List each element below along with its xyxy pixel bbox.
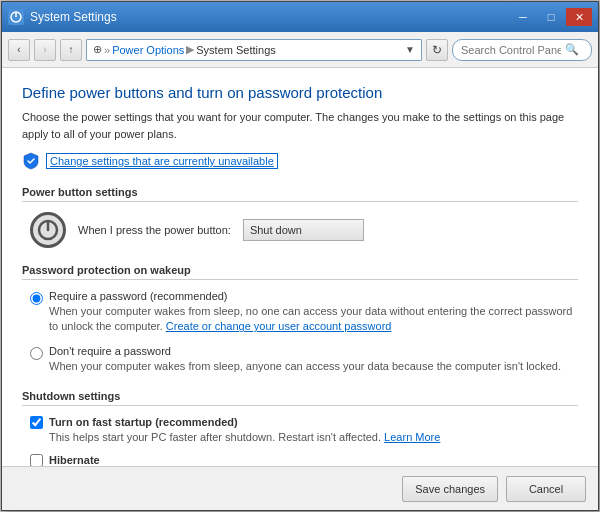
require-password-option: Require a password (recommended) When yo… <box>30 290 578 335</box>
power-button-label: When I press the power button: <box>78 224 231 236</box>
no-password-radio[interactable] <box>30 347 43 360</box>
search-box[interactable]: 🔍 <box>452 39 592 61</box>
refresh-button[interactable]: ↻ <box>426 39 448 61</box>
power-button-section-label: Power button settings <box>22 186 578 202</box>
learn-more-link[interactable]: Learn More <box>384 431 440 443</box>
page-description: Choose the power settings that you want … <box>22 109 578 142</box>
radio-group: Require a password (recommended) When yo… <box>22 290 578 374</box>
title-bar-left: System Settings <box>8 9 117 25</box>
shutdown-section: Shutdown settings Turn on fast startup (… <box>22 390 578 466</box>
address-bar: ‹ › ↑ ⊕ » Power Options ▶ System Setting… <box>2 32 598 68</box>
password-protection-section: Password protection on wakeup Require a … <box>22 264 578 374</box>
content-area: Define power buttons and turn on passwor… <box>2 68 598 466</box>
title-bar: System Settings ─ □ ✕ <box>2 2 598 32</box>
hibernate-checkbox[interactable] <box>30 454 43 466</box>
no-password-option: Don't require a password When your compu… <box>30 345 578 374</box>
hibernate-item: Hibernate <box>22 454 578 466</box>
fast-startup-title: Turn on fast startup (recommended) <box>49 416 440 428</box>
footer: Save changes Cancel <box>2 466 598 510</box>
up-button[interactable]: ↑ <box>60 39 82 61</box>
back-button[interactable]: ‹ <box>8 39 30 61</box>
hibernate-title: Hibernate <box>49 454 100 466</box>
app-icon <box>8 9 24 25</box>
fast-startup-checkbox[interactable] <box>30 416 43 429</box>
no-password-title: Don't require a password <box>49 345 561 357</box>
password-section-label: Password protection on wakeup <box>22 264 578 280</box>
power-action-dropdown[interactable]: Shut down Do nothing Sleep Hibernate Tur… <box>243 219 364 241</box>
require-password-desc: When your computer wakes from sleep, no … <box>49 304 578 335</box>
shutdown-section-label: Shutdown settings <box>22 390 578 406</box>
change-settings-link[interactable]: Change settings that are currently unava… <box>46 153 278 169</box>
minimize-button[interactable]: ─ <box>510 8 536 26</box>
create-password-link[interactable]: Create or change your user account passw… <box>166 320 392 332</box>
search-input[interactable] <box>461 44 561 56</box>
path-current: System Settings <box>196 44 275 56</box>
window-title: System Settings <box>30 10 117 24</box>
fast-startup-desc: This helps start your PC faster after sh… <box>49 430 440 445</box>
path-dropdown-icon[interactable]: ▼ <box>405 44 415 55</box>
main-window: System Settings ─ □ ✕ ‹ › ↑ ⊕ » Power Op… <box>1 1 599 511</box>
shield-icon <box>22 152 40 170</box>
search-icon: 🔍 <box>565 43 579 56</box>
page-title: Define power buttons and turn on passwor… <box>22 84 578 101</box>
cancel-button[interactable]: Cancel <box>506 476 586 502</box>
address-path[interactable]: ⊕ » Power Options ▶ System Settings ▼ <box>86 39 422 61</box>
forward-button[interactable]: › <box>34 39 56 61</box>
maximize-button[interactable]: □ <box>538 8 564 26</box>
path-power-options[interactable]: Power Options <box>112 44 184 56</box>
no-password-desc: When your computer wakes from sleep, any… <box>49 359 561 374</box>
require-password-radio[interactable] <box>30 292 43 305</box>
fast-startup-item: Turn on fast startup (recommended) This … <box>22 416 578 445</box>
power-icon <box>30 212 66 248</box>
save-changes-button[interactable]: Save changes <box>402 476 498 502</box>
change-link-row: Change settings that are currently unava… <box>22 152 578 170</box>
close-button[interactable]: ✕ <box>566 8 592 26</box>
title-bar-controls: ─ □ ✕ <box>510 8 592 26</box>
require-password-title: Require a password (recommended) <box>49 290 578 302</box>
power-button-row: When I press the power button: Shut down… <box>22 212 578 248</box>
